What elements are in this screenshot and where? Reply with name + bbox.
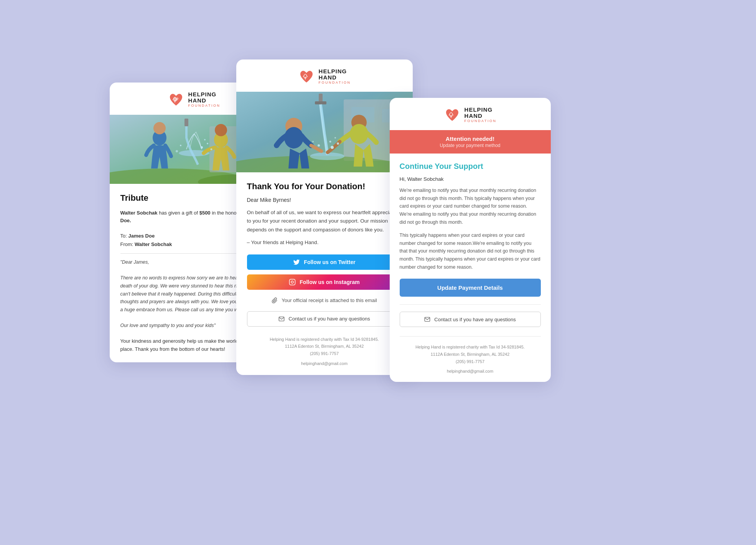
thank-you-title: Thank You for Your Donation! <box>247 182 402 192</box>
left-logo-text: HELPING HAND FOUNDATION <box>188 91 221 108</box>
middle-logo-icon <box>298 68 315 85</box>
attention-title: Attention needed! <box>397 135 543 142</box>
svg-point-11 <box>207 143 208 144</box>
svg-point-15 <box>204 139 206 140</box>
svg-point-13 <box>180 145 181 146</box>
middle-body: On behalf of all of us, we want to expre… <box>247 208 402 234</box>
svg-point-33 <box>312 141 314 142</box>
svg-rect-9 <box>184 119 188 126</box>
svg-point-31 <box>334 137 336 139</box>
right-logo-area: HELPING HAND FOUNDATION <box>390 98 551 130</box>
continue-title: Continue Your Support <box>400 162 541 171</box>
middle-card-content: Thank You for Your Donation! Dear Mike B… <box>236 172 413 375</box>
right-footer-email: helpinghand@gmail.com <box>400 369 541 373</box>
attention-subtitle: Update your payment method <box>397 143 543 148</box>
twitter-icon <box>293 259 300 266</box>
support-content: Continue Your Support Hi, Walter Sobchak… <box>390 154 551 382</box>
instagram-follow-button[interactable]: Follow us on Instagram <box>247 274 402 290</box>
svg-point-32 <box>318 144 320 147</box>
cards-container: HELPING HAND FOUNDATION <box>110 52 647 493</box>
svg-point-14 <box>176 150 178 152</box>
divider2 <box>400 336 541 337</box>
right-contact-button[interactable]: Contact us if you have any questions <box>400 312 541 327</box>
right-logo-text: HELPING HAND FOUNDATION <box>464 107 497 123</box>
hi-name: Hi, Walter Sobchak <box>400 176 541 182</box>
support-card: HELPING HAND FOUNDATION Attention needed… <box>390 98 551 382</box>
instagram-icon <box>289 279 296 286</box>
support-body2: This typically happens when your card ex… <box>400 231 541 271</box>
middle-contact-button[interactable]: Contact us if you have any questions <box>247 311 402 327</box>
attention-banner: Attention needed! Update your payment me… <box>390 130 551 154</box>
right-footer: Helping Hand is registered charity with … <box>400 344 541 365</box>
right-email-icon <box>424 316 430 322</box>
svg-point-12 <box>210 149 212 150</box>
support-body1: We're emailing to notify you that your m… <box>400 187 541 226</box>
middle-signature: – Your friends at Helping Hand. <box>247 239 402 245</box>
svg-point-10 <box>201 146 203 149</box>
update-payment-button[interactable]: Update Payment Details <box>400 279 541 297</box>
divider <box>400 304 541 305</box>
dear-name: Dear Mike Byrnes! <box>247 197 402 203</box>
svg-rect-22 <box>315 101 326 104</box>
attachment-icon <box>272 297 278 304</box>
middle-logo-text: HELPING HAND FOUNDATION <box>319 68 351 85</box>
receipt-text: Your official receipt is attached to thi… <box>282 297 377 303</box>
svg-point-28 <box>331 146 334 149</box>
svg-rect-34 <box>290 279 295 285</box>
right-logo-icon <box>444 106 461 123</box>
middle-footer-email: helpinghand@gmail.com <box>247 361 402 366</box>
middle-logo-area: HELPING HAND FOUNDATION <box>236 59 413 92</box>
svg-point-8 <box>215 124 227 136</box>
thank-you-card: HELPING HAND FOUNDATION <box>236 59 413 375</box>
middle-footer: Helping Hand is registered charity with … <box>247 336 402 357</box>
svg-point-6 <box>153 122 166 134</box>
receipt-row: Your official receipt is attached to thi… <box>247 297 402 304</box>
email-icon <box>278 316 285 322</box>
middle-hero-image <box>236 92 413 172</box>
svg-point-30 <box>329 141 331 143</box>
left-logo-icon <box>168 91 184 108</box>
svg-point-29 <box>337 142 339 145</box>
twitter-follow-button[interactable]: Follow us on Twitter <box>247 254 402 270</box>
